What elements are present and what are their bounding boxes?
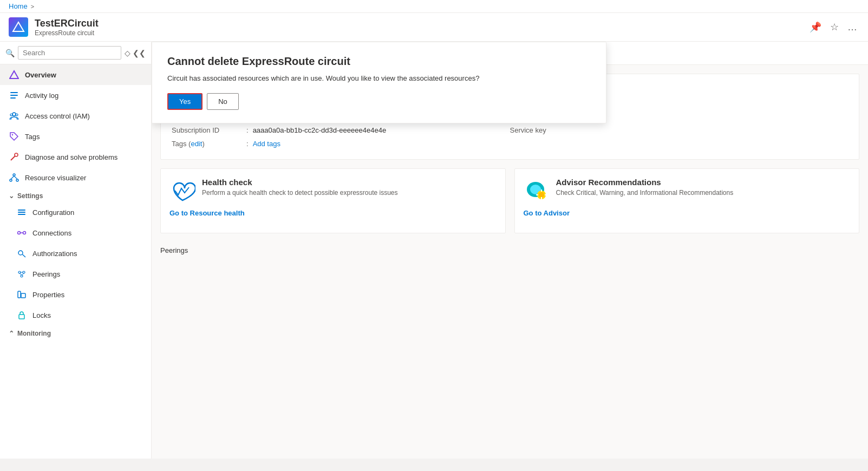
svg-rect-3 [10, 95, 18, 96]
resource-icon [9, 17, 28, 37]
sidebar-label-access-control: Access control (IAM) [25, 112, 90, 120]
layout: 🔍 ◇ ❮❮ Overview Activity log [0, 42, 868, 459]
svg-point-8 [12, 134, 13, 135]
properties-icon [16, 289, 27, 300]
breadcrumb-sep: > [31, 3, 34, 10]
sidebar-item-diagnose[interactable]: Diagnose and solve problems [0, 147, 151, 167]
svg-rect-30 [18, 291, 21, 298]
breadcrumb: Home > [9, 2, 859, 10]
resource-title-block: TestERCircuit ExpressRoute circuit [35, 18, 99, 37]
header-actions: 📌 ☆ … [807, 20, 859, 34]
search-input[interactable] [18, 46, 121, 60]
svg-point-13 [16, 179, 18, 181]
sidebar-item-authorizations[interactable]: Authorizations [0, 243, 151, 264]
svg-marker-0 [13, 22, 24, 31]
svg-point-25 [23, 271, 25, 273]
settings-section-label: Settings [17, 192, 43, 200]
svg-rect-17 [18, 212, 25, 213]
svg-rect-16 [18, 210, 25, 211]
svg-point-22 [18, 251, 23, 255]
svg-line-9 [11, 156, 15, 160]
svg-point-10 [15, 153, 18, 156]
svg-line-23 [23, 254, 26, 257]
tag-icon [9, 131, 19, 142]
svg-rect-4 [10, 97, 16, 99]
more-icon[interactable]: … [845, 21, 859, 34]
resource-subtitle: ExpressRoute circuit [35, 29, 99, 37]
sidebar-label-diagnose: Diagnose and solve problems [25, 153, 118, 161]
sidebar-label-connections: Connections [32, 229, 71, 237]
svg-line-27 [19, 273, 22, 275]
lock-icon [16, 310, 27, 320]
sidebar-item-access-control[interactable]: Access control (IAM) [0, 106, 151, 126]
sidebar-item-configuration[interactable]: Configuration [0, 202, 151, 223]
main-content: Delete Refresh Circuit status : Failed [152, 42, 868, 459]
top-bar: Home > [0, 0, 868, 13]
svg-rect-2 [10, 92, 18, 93]
resource-name: TestERCircuit [35, 18, 99, 29]
sidebar-label-overview: Overview [25, 71, 56, 79]
sidebar-item-activity-log[interactable]: Activity log [0, 85, 151, 106]
svg-point-20 [23, 232, 26, 234]
people-icon [9, 110, 19, 121]
key-icon [16, 248, 27, 259]
pin-icon[interactable]: 📌 [807, 20, 824, 34]
delete-dialog: Cannot delete ExpressRoute circuit Circu… [152, 42, 606, 123]
dialog-title: Cannot delete ExpressRoute circuit [167, 55, 591, 68]
triangle-icon [9, 69, 19, 80]
sidebar-item-locks[interactable]: Locks [0, 305, 151, 325]
sidebar-label-authorizations: Authorizations [32, 250, 77, 258]
wrench-icon [9, 152, 19, 162]
sidebar-label-activity-log: Activity log [25, 91, 58, 100]
chevron-right-icon: ⌃ [9, 330, 14, 337]
svg-point-19 [18, 232, 21, 234]
collapse-icon[interactable]: ❮❮ [133, 49, 146, 57]
sidebar-label-configuration: Configuration [32, 208, 74, 217]
sidebar-item-peerings[interactable]: Peerings [0, 264, 151, 284]
sidebar-label-properties: Properties [32, 291, 64, 299]
sidebar-label-peerings: Peerings [32, 270, 60, 278]
svg-rect-31 [21, 293, 25, 298]
sidebar-item-properties[interactable]: Properties [0, 284, 151, 305]
svg-line-14 [11, 176, 14, 179]
dialog-message: Circuit has associated resources which a… [167, 74, 591, 82]
breadcrumb-home[interactable]: Home [9, 2, 28, 10]
monitoring-section[interactable]: ⌃ Monitoring [0, 325, 151, 339]
dialog-overlay: Cannot delete ExpressRoute circuit Circu… [152, 42, 868, 459]
monitoring-section-label: Monitoring [17, 330, 51, 337]
diamond-icon[interactable]: ◇ [125, 49, 130, 57]
sidebar-item-overview[interactable]: Overview [0, 64, 151, 85]
svg-line-28 [22, 273, 24, 275]
nodes-icon [9, 172, 19, 183]
svg-marker-1 [10, 71, 18, 78]
favorite-icon[interactable]: ☆ [828, 20, 841, 34]
svg-point-24 [18, 271, 21, 273]
search-bar: 🔍 ◇ ❮❮ [0, 42, 151, 64]
sidebar-label-locks: Locks [32, 311, 51, 319]
search-extras: ◇ ❮❮ [125, 49, 146, 57]
svg-point-11 [13, 174, 15, 176]
svg-line-15 [14, 176, 17, 179]
sidebar-item-connections[interactable]: Connections [0, 223, 151, 243]
chevron-down-icon: ⌄ [9, 192, 14, 200]
sidebar-item-resource-visualizer[interactable]: Resource visualizer [0, 167, 151, 188]
dialog-actions: Yes No [167, 93, 591, 110]
svg-point-5 [12, 113, 16, 116]
search-icon: 🔍 [5, 49, 15, 57]
sidebar-label-tags: Tags [25, 133, 40, 141]
sidebar-item-tags[interactable]: Tags [0, 126, 151, 147]
resource-header: TestERCircuit ExpressRoute circuit 📌 ☆ … [0, 13, 868, 42]
peerings-icon [16, 269, 27, 279]
svg-point-26 [21, 275, 23, 277]
connections-icon [16, 227, 27, 238]
dialog-no-button[interactable]: No [207, 93, 239, 110]
dialog-yes-button[interactable]: Yes [167, 93, 203, 110]
svg-rect-18 [18, 214, 25, 215]
sidebar-label-resource-visualizer: Resource visualizer [25, 174, 86, 182]
svg-point-12 [10, 179, 12, 181]
sidebar: 🔍 ◇ ❮❮ Overview Activity log [0, 42, 152, 459]
svg-rect-32 [19, 315, 24, 319]
config-icon [16, 207, 27, 218]
settings-section[interactable]: ⌄ Settings [0, 188, 151, 202]
list-icon [9, 90, 19, 101]
